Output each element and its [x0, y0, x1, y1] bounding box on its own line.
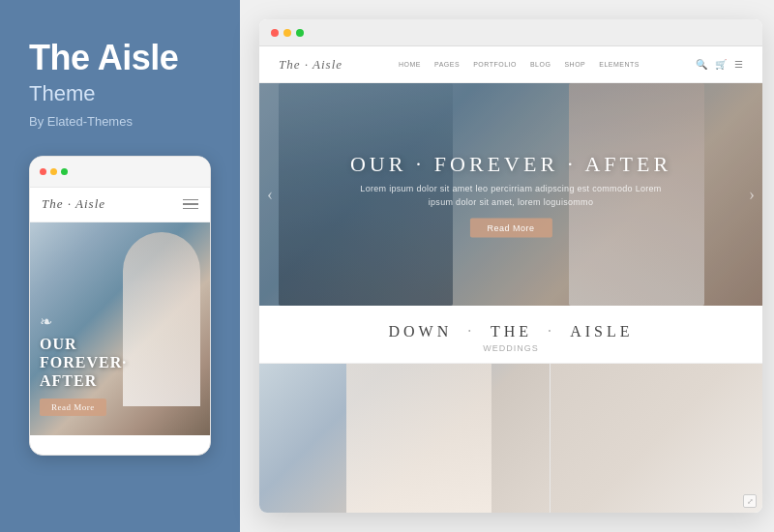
desktop-section-header: DOWN · THE · AISLE Weddings [259, 306, 762, 363]
desktop-dot-red [271, 29, 279, 37]
theme-title: The Aisle [29, 39, 211, 77]
nav-link-home[interactable]: HOME [399, 61, 421, 68]
mobile-nav-bar: The · Aisle [30, 188, 210, 222]
menu-icon[interactable]: ☰ [734, 59, 743, 70]
nav-link-shop[interactable]: SHOP [564, 61, 585, 68]
hamburger-line-1 [183, 199, 198, 201]
resize-icon: ⤢ [743, 494, 757, 508]
desktop-hero: OUR · FOREVER · AFTER Lorem ipsum dolor … [259, 83, 762, 306]
mobile-hero: ❧ OUR FOREVER· AFTER Read More [30, 222, 210, 435]
mobile-mockup: The · Aisle ❧ OUR FOREVER· AFTER Read Mo… [29, 156, 211, 456]
desktop-logo: The · Aisle [279, 57, 342, 73]
right-panel: The · Aisle HOME PAGES PORTFOLIO BLOG SH… [240, 0, 774, 532]
mobile-hero-content: ❧ OUR FOREVER· AFTER Read More [40, 312, 200, 416]
desktop-section-subtitle: Weddings [279, 343, 743, 353]
couple-photo-figure [346, 364, 491, 513]
mobile-hero-title: OUR FOREVER· AFTER [40, 335, 200, 391]
desktop-nav: The · Aisle HOME PAGES PORTFOLIO BLOG SH… [259, 46, 762, 83]
mobile-traffic-lights [40, 168, 68, 175]
nav-link-pages[interactable]: PAGES [434, 61, 460, 68]
mobile-top-bar [30, 157, 210, 188]
desktop-traffic-lights [271, 29, 304, 37]
desktop-photo-secondary: ⤢ [550, 364, 762, 513]
mobile-hamburger-icon[interactable] [183, 199, 198, 210]
search-icon[interactable]: 🔍 [696, 59, 707, 70]
desktop-photo-main [259, 364, 550, 513]
theme-subtitle: Theme [29, 81, 211, 106]
leaf-decoration-icon: ❧ [40, 312, 200, 331]
mobile-dot-green [61, 168, 68, 175]
cart-icon[interactable]: 🛒 [715, 59, 727, 70]
desktop-mockup: The · Aisle HOME PAGES PORTFOLIO BLOG SH… [259, 19, 762, 513]
mobile-dot-red [40, 168, 46, 175]
nav-link-blog[interactable]: BLOG [530, 61, 551, 68]
desktop-top-bar [259, 19, 762, 46]
hero-next-arrow[interactable]: › [749, 185, 755, 205]
desktop-photo-grid: ⤢ [259, 363, 762, 513]
hero-title-text: OUR · FOREVER · AFTER [350, 152, 671, 176]
nav-link-elements[interactable]: ELEMENTS [599, 61, 640, 68]
desktop-section-title: DOWN · THE · AISLE [279, 323, 743, 340]
desktop-dot-green [296, 29, 304, 37]
desktop-hero-title: OUR · FOREVER · AFTER [350, 152, 671, 177]
mobile-logo: The · Aisle [42, 196, 105, 212]
mobile-dot-yellow [50, 168, 57, 175]
hamburger-line-2 [183, 203, 198, 205]
desktop-nav-icons: 🔍 🛒 ☰ [696, 59, 743, 70]
nav-link-portfolio[interactable]: PORTFOLIO [473, 61, 517, 68]
desktop-read-more-button[interactable]: Read More [469, 219, 551, 238]
hero-prev-arrow[interactable]: ‹ [267, 185, 273, 205]
desktop-dot-yellow [283, 29, 291, 37]
left-panel: The Aisle Theme By Elated-Themes The · A… [0, 0, 240, 532]
desktop-hero-content: OUR · FOREVER · AFTER Lorem ipsum dolor … [350, 152, 671, 238]
mobile-read-more-button[interactable]: Read More [40, 399, 106, 416]
theme-author: By Elated-Themes [29, 114, 211, 129]
desktop-hero-subtitle: Lorem ipsum dolor sit amet leo percirria… [350, 183, 671, 209]
desktop-nav-links: HOME PAGES PORTFOLIO BLOG SHOP ELEMENTS [399, 61, 640, 68]
hamburger-line-3 [183, 208, 198, 210]
